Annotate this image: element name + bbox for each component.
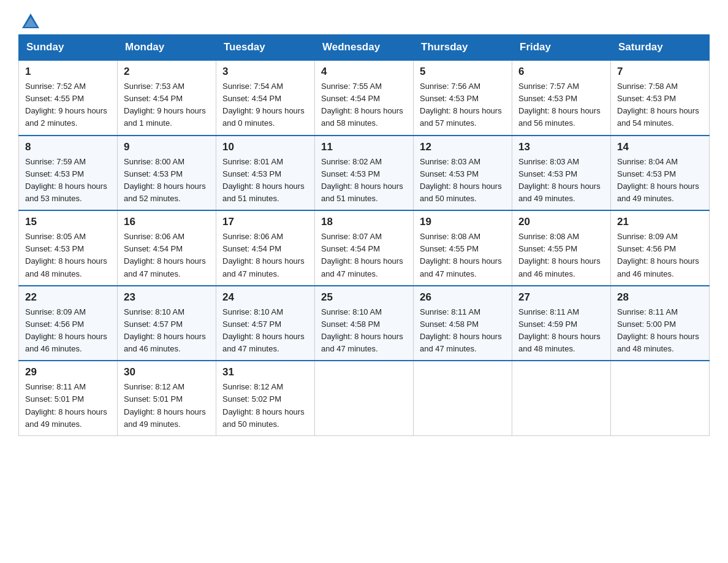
day-info: Sunrise: 8:04 AMSunset: 4:53 PMDaylight:… — [617, 156, 703, 205]
day-info: Sunrise: 8:01 AMSunset: 4:53 PMDaylight:… — [222, 156, 308, 205]
calendar-header-monday: Monday — [118, 35, 216, 61]
calendar-week-row: 1 Sunrise: 7:52 AMSunset: 4:55 PMDayligh… — [19, 60, 710, 136]
calendar-day-cell: 5 Sunrise: 7:56 AMSunset: 4:53 PMDayligh… — [414, 60, 512, 136]
day-info: Sunrise: 8:10 AMSunset: 4:57 PMDaylight:… — [222, 306, 308, 356]
logo — [18, 12, 40, 29]
calendar-day-cell: 18 Sunrise: 8:07 AMSunset: 4:54 PMDaylig… — [315, 210, 414, 286]
day-number: 26 — [420, 291, 506, 304]
day-number: 10 — [222, 141, 308, 153]
calendar-day-cell: 29 Sunrise: 8:11 AMSunset: 5:01 PMDaylig… — [19, 361, 118, 435]
day-number: 28 — [617, 291, 703, 304]
calendar-day-cell: 21 Sunrise: 8:09 AMSunset: 4:56 PMDaylig… — [611, 210, 710, 286]
day-info: Sunrise: 8:12 AMSunset: 5:01 PMDaylight:… — [124, 381, 210, 431]
calendar-header-row: SundayMondayTuesdayWednesdayThursdayFrid… — [19, 35, 710, 61]
day-number: 4 — [321, 66, 407, 78]
day-number: 3 — [222, 66, 308, 78]
calendar-day-cell: 31 Sunrise: 8:12 AMSunset: 5:02 PMDaylig… — [216, 361, 315, 435]
day-info: Sunrise: 8:11 AMSunset: 5:01 PMDaylight:… — [25, 381, 111, 431]
day-info: Sunrise: 8:03 AMSunset: 4:53 PMDaylight:… — [518, 156, 604, 205]
day-number: 31 — [222, 366, 308, 378]
day-info: Sunrise: 7:59 AMSunset: 4:53 PMDaylight:… — [25, 156, 111, 205]
day-number: 18 — [321, 216, 407, 228]
calendar-day-cell: 17 Sunrise: 8:06 AMSunset: 4:54 PMDaylig… — [216, 210, 315, 286]
day-number: 25 — [321, 291, 407, 304]
day-number: 21 — [617, 216, 703, 228]
day-info: Sunrise: 8:11 AMSunset: 4:58 PMDaylight:… — [420, 306, 506, 356]
day-info: Sunrise: 7:54 AMSunset: 4:54 PMDaylight:… — [222, 80, 308, 130]
calendar-table: SundayMondayTuesdayWednesdayThursdayFrid… — [18, 34, 710, 436]
day-info: Sunrise: 8:06 AMSunset: 4:54 PMDaylight:… — [222, 231, 308, 280]
calendar-header-tuesday: Tuesday — [216, 35, 315, 61]
calendar-day-cell: 8 Sunrise: 7:59 AMSunset: 4:53 PMDayligh… — [19, 136, 118, 211]
calendar-day-cell: 2 Sunrise: 7:53 AMSunset: 4:54 PMDayligh… — [118, 60, 216, 136]
day-number: 20 — [518, 216, 604, 228]
day-info: Sunrise: 7:57 AMSunset: 4:53 PMDaylight:… — [518, 80, 604, 130]
calendar-day-cell: 4 Sunrise: 7:55 AMSunset: 4:54 PMDayligh… — [315, 60, 414, 136]
day-number: 13 — [518, 141, 604, 153]
day-info: Sunrise: 8:10 AMSunset: 4:58 PMDaylight:… — [321, 306, 407, 356]
calendar-day-cell: 26 Sunrise: 8:11 AMSunset: 4:58 PMDaylig… — [414, 286, 512, 361]
calendar-header-sunday: Sunday — [19, 35, 118, 61]
day-number: 24 — [222, 291, 308, 304]
day-info: Sunrise: 8:08 AMSunset: 4:55 PMDaylight:… — [518, 231, 604, 280]
calendar-day-cell: 6 Sunrise: 7:57 AMSunset: 4:53 PMDayligh… — [512, 60, 611, 136]
day-number: 8 — [25, 141, 111, 153]
calendar-day-cell: 11 Sunrise: 8:02 AMSunset: 4:53 PMDaylig… — [315, 136, 414, 211]
calendar-day-cell: 19 Sunrise: 8:08 AMSunset: 4:55 PMDaylig… — [414, 210, 512, 286]
day-info: Sunrise: 8:02 AMSunset: 4:53 PMDaylight:… — [321, 156, 407, 205]
day-number: 7 — [617, 66, 703, 78]
day-info: Sunrise: 7:56 AMSunset: 4:53 PMDaylight:… — [420, 80, 506, 130]
day-number: 15 — [25, 216, 111, 228]
calendar-day-cell: 27 Sunrise: 8:11 AMSunset: 4:59 PMDaylig… — [512, 286, 611, 361]
day-info: Sunrise: 7:53 AMSunset: 4:54 PMDaylight:… — [124, 80, 210, 130]
day-number: 11 — [321, 141, 407, 153]
day-info: Sunrise: 8:09 AMSunset: 4:56 PMDaylight:… — [617, 231, 703, 280]
calendar-day-cell: 20 Sunrise: 8:08 AMSunset: 4:55 PMDaylig… — [512, 210, 611, 286]
empty-cell — [414, 361, 512, 435]
day-number: 30 — [124, 366, 210, 378]
day-info: Sunrise: 8:00 AMSunset: 4:53 PMDaylight:… — [124, 156, 210, 205]
header — [18, 12, 710, 29]
calendar-day-cell: 10 Sunrise: 8:01 AMSunset: 4:53 PMDaylig… — [216, 136, 315, 211]
calendar-day-cell: 7 Sunrise: 7:58 AMSunset: 4:53 PMDayligh… — [611, 60, 710, 136]
calendar-day-cell: 3 Sunrise: 7:54 AMSunset: 4:54 PMDayligh… — [216, 60, 315, 136]
day-number: 5 — [420, 66, 506, 78]
day-number: 6 — [518, 66, 604, 78]
calendar-week-row: 29 Sunrise: 8:11 AMSunset: 5:01 PMDaylig… — [19, 361, 710, 435]
day-number: 1 — [25, 66, 111, 78]
day-info: Sunrise: 8:09 AMSunset: 4:56 PMDaylight:… — [25, 306, 111, 356]
day-number: 29 — [25, 366, 111, 378]
day-number: 19 — [420, 216, 506, 228]
calendar-week-row: 22 Sunrise: 8:09 AMSunset: 4:56 PMDaylig… — [19, 286, 710, 361]
calendar-day-cell: 28 Sunrise: 8:11 AMSunset: 5:00 PMDaylig… — [611, 286, 710, 361]
calendar-header-friday: Friday — [512, 35, 611, 61]
day-info: Sunrise: 8:11 AMSunset: 5:00 PMDaylight:… — [617, 306, 703, 356]
day-number: 27 — [518, 291, 604, 304]
day-info: Sunrise: 8:11 AMSunset: 4:59 PMDaylight:… — [518, 306, 604, 356]
day-info: Sunrise: 8:03 AMSunset: 4:53 PMDaylight:… — [420, 156, 506, 205]
day-info: Sunrise: 8:12 AMSunset: 5:02 PMDaylight:… — [222, 381, 308, 431]
calendar-day-cell: 14 Sunrise: 8:04 AMSunset: 4:53 PMDaylig… — [611, 136, 710, 211]
calendar-day-cell: 25 Sunrise: 8:10 AMSunset: 4:58 PMDaylig… — [315, 286, 414, 361]
day-number: 12 — [420, 141, 506, 153]
calendar-day-cell: 22 Sunrise: 8:09 AMSunset: 4:56 PMDaylig… — [19, 286, 118, 361]
calendar-day-cell: 12 Sunrise: 8:03 AMSunset: 4:53 PMDaylig… — [414, 136, 512, 211]
day-info: Sunrise: 8:08 AMSunset: 4:55 PMDaylight:… — [420, 231, 506, 280]
day-info: Sunrise: 8:10 AMSunset: 4:57 PMDaylight:… — [124, 306, 210, 356]
day-info: Sunrise: 8:06 AMSunset: 4:54 PMDaylight:… — [124, 231, 210, 280]
calendar-day-cell: 1 Sunrise: 7:52 AMSunset: 4:55 PMDayligh… — [19, 60, 118, 136]
day-info: Sunrise: 8:07 AMSunset: 4:54 PMDaylight:… — [321, 231, 407, 280]
day-info: Sunrise: 7:52 AMSunset: 4:55 PMDaylight:… — [25, 80, 111, 130]
calendar-day-cell: 9 Sunrise: 8:00 AMSunset: 4:53 PMDayligh… — [118, 136, 216, 211]
calendar-day-cell: 24 Sunrise: 8:10 AMSunset: 4:57 PMDaylig… — [216, 286, 315, 361]
calendar-day-cell: 13 Sunrise: 8:03 AMSunset: 4:53 PMDaylig… — [512, 136, 611, 211]
day-number: 2 — [124, 66, 210, 78]
calendar-week-row: 8 Sunrise: 7:59 AMSunset: 4:53 PMDayligh… — [19, 136, 710, 211]
calendar-day-cell: 15 Sunrise: 8:05 AMSunset: 4:53 PMDaylig… — [19, 210, 118, 286]
day-number: 14 — [617, 141, 703, 153]
calendar-day-cell: 16 Sunrise: 8:06 AMSunset: 4:54 PMDaylig… — [118, 210, 216, 286]
calendar-header-wednesday: Wednesday — [315, 35, 414, 61]
calendar-header-thursday: Thursday — [414, 35, 512, 61]
day-info: Sunrise: 8:05 AMSunset: 4:53 PMDaylight:… — [25, 231, 111, 280]
day-number: 17 — [222, 216, 308, 228]
